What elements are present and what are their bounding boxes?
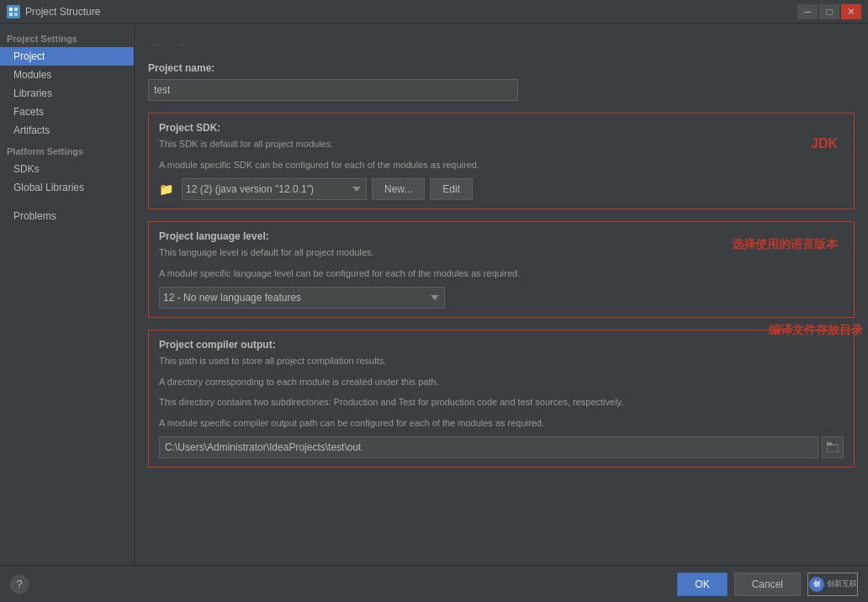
help-button[interactable]: ? [10,575,29,594]
title-bar: Project Structure ─ □ ✕ [0,0,868,24]
lang-level-desc2: A module specific language level can be … [159,267,844,281]
sidebar: Project Settings Project Modules Librari… [0,24,135,565]
language-level-select[interactable]: 12 - No new language features [159,287,445,309]
svg-rect-4 [827,445,839,452]
footer-left: ? [10,575,29,594]
maximize-button[interactable]: □ [819,4,839,19]
sidebar-item-facets[interactable]: Facets [0,103,134,121]
app-icon [7,5,20,18]
project-name-input[interactable] [148,79,518,101]
sdk-select[interactable]: 12 (2) (java version "12.0.1") [182,178,367,200]
sdk-select-wrapper: 12 (2) (java version "12.0.1") [182,178,367,200]
sidebar-item-sdks[interactable]: SDKs [0,160,134,178]
content-wrapper: ← → Project name: Project SDK: This SDK … [148,37,855,467]
sdk-row: 📁 12 (2) (java version "12.0.1") New... … [159,178,844,200]
main-container: Project Settings Project Modules Librari… [0,24,868,565]
compiler-annotation: 编译文件存放目录 [769,323,863,338]
language-level-section: Project language level: This language le… [148,221,855,318]
edit-sdk-button[interactable]: Edit [430,178,473,200]
compiler-output-section: Project compiler output: This path is us… [148,330,855,467]
compiler-desc2: A directory corresponding to each module… [159,375,844,389]
platform-settings-label: Platform Settings [0,140,134,160]
output-path-input[interactable] [159,436,818,458]
svg-rect-5 [827,442,832,446]
project-settings-label: Project Settings [0,27,134,47]
jdk-annotation: JDK [811,136,838,151]
brand-watermark: 创 创新互联 [807,573,858,596]
browse-button[interactable] [822,436,844,458]
project-name-label: Project name: [148,62,855,74]
sidebar-item-project[interactable]: Project [0,47,134,66]
svg-rect-3 [14,13,18,16]
nav-arrows: ← → [148,37,855,52]
sdk-desc2: A module specific SDK can be configured … [159,158,844,172]
language-annotation: 选择使用的语言版本 [732,237,838,252]
footer-right: OK Cancel 创 创新互联 [677,573,858,596]
sdk-desc1: This SDK is default for all project modu… [159,137,844,151]
cancel-button[interactable]: Cancel [734,573,801,596]
compiler-desc3: This directory contains two subdirectori… [159,395,844,409]
sidebar-item-artifacts[interactable]: Artifacts [0,121,134,140]
output-row [159,436,844,458]
footer: ? OK Cancel 创 创新互联 [0,565,868,602]
sidebar-item-problems[interactable]: Problems [0,207,134,225]
svg-rect-2 [9,13,13,16]
close-button[interactable]: ✕ [841,4,861,19]
svg-rect-1 [14,8,18,11]
sidebar-item-global-libraries[interactable]: Global Libraries [0,178,134,197]
brand-text: 创新互联 [827,578,857,589]
window-controls: ─ □ ✕ [797,4,861,19]
project-sdk-section: Project SDK: This SDK is default for all… [148,113,855,209]
compiler-desc1: This path is used to store all project c… [159,354,844,368]
back-arrow-button[interactable]: ← [148,37,165,52]
brand-icon: 创 [809,577,824,592]
forward-arrow-button[interactable]: → [172,37,188,52]
sdk-section-title: Project SDK: [159,122,844,134]
window-title: Project Structure [25,6,797,18]
ok-button[interactable]: OK [677,573,727,596]
compiler-output-title: Project compiler output: [159,339,844,351]
svg-rect-0 [9,8,13,11]
sidebar-item-modules[interactable]: Modules [0,66,134,84]
sidebar-item-libraries[interactable]: Libraries [0,84,134,103]
compiler-desc4: A module specific compiler output path c… [159,416,844,430]
folder-icon: 📁 [159,182,173,196]
new-sdk-button[interactable]: New... [372,178,425,200]
content-area: ← → Project name: Project SDK: This SDK … [135,24,868,565]
minimize-button[interactable]: ─ [797,4,818,19]
